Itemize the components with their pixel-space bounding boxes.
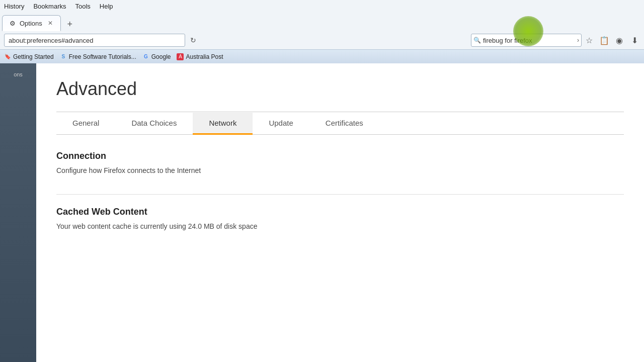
bookmark-getting-started[interactable]: 🔖 Getting Started	[4, 53, 54, 60]
address-text: about:preferences#advanced	[9, 37, 93, 44]
tab-general[interactable]: General	[56, 113, 115, 135]
bookmark-google[interactable]: G Google	[142, 53, 171, 60]
new-tab-button[interactable]: +	[63, 17, 77, 31]
bookmark-star-icon[interactable]: ☆	[584, 35, 595, 46]
google-icon: G	[142, 53, 149, 60]
search-text: firebug for firefox	[483, 37, 575, 44]
tab-data-choices[interactable]: Data Choices	[115, 113, 193, 135]
reading-list-icon[interactable]: 📋	[599, 35, 610, 46]
address-bar-row: about:preferences#advanced ↻ 🔍 firebug f…	[0, 31, 644, 49]
tab-certificates[interactable]: Certificates	[309, 113, 379, 135]
cached-web-content-desc: Your web content cache is currently usin…	[56, 221, 624, 232]
bookmark-free-software[interactable]: S Free Software Tutorials...	[60, 53, 136, 60]
pocket-icon[interactable]: ◉	[614, 35, 625, 46]
search-box[interactable]: 🔍 firebug for firefox ›	[471, 34, 582, 47]
connection-desc: Configure how Firefox connects to the In…	[56, 165, 624, 176]
bookmark-label: Getting Started	[13, 53, 54, 60]
bookmarks-bar: 🔖 Getting Started S Free Software Tutori…	[0, 49, 644, 63]
bookmark-label: Free Software Tutorials...	[69, 53, 136, 60]
sidebar-label: ons	[14, 71, 23, 77]
search-go-button[interactable]: ›	[577, 37, 579, 44]
cached-web-content-section: Cached Web Content Your web content cach…	[56, 207, 624, 232]
cached-web-content-title: Cached Web Content	[56, 207, 624, 217]
free-software-icon: S	[60, 53, 67, 60]
tab-close-button[interactable]: ✕	[46, 19, 54, 27]
bookmark-australia-post[interactable]: A Australia Post	[177, 53, 223, 60]
connection-section: Connection Configure how Firefox connect…	[56, 151, 624, 176]
getting-started-icon: 🔖	[4, 53, 11, 60]
australia-post-icon: A	[177, 53, 184, 60]
tab-network[interactable]: Network	[193, 113, 253, 135]
menu-history[interactable]: History	[4, 3, 24, 10]
sub-tabs: General Data Choices Network Update Cert…	[56, 112, 624, 135]
tab-options[interactable]: ⚙ Options ✕	[2, 15, 61, 31]
search-icon: 🔍	[473, 37, 481, 44]
sidebar: ons	[0, 63, 36, 362]
menu-bar: History Bookmarks Tools Help	[0, 0, 644, 12]
section-divider	[56, 194, 624, 195]
bookmark-label: Australia Post	[186, 53, 223, 60]
reload-button[interactable]: ↻	[187, 34, 199, 46]
content-area: ons Advanced General Data Choices Networ…	[0, 63, 644, 362]
tab-label: Options	[20, 20, 42, 27]
address-input[interactable]: about:preferences#advanced	[4, 34, 185, 47]
tab-bar: ⚙ Options ✕ +	[0, 12, 644, 31]
menu-tools[interactable]: Tools	[75, 3, 90, 10]
toolbar-icons: ☆ 📋 ◉ ⬇	[584, 35, 640, 46]
bookmark-label: Google	[151, 53, 171, 60]
download-icon[interactable]: ⬇	[629, 35, 640, 46]
page-title: Advanced	[56, 78, 624, 100]
menu-bookmarks[interactable]: Bookmarks	[33, 3, 66, 10]
connection-title: Connection	[56, 151, 624, 161]
tab-update[interactable]: Update	[253, 113, 309, 135]
gear-icon: ⚙	[9, 19, 17, 27]
menu-help[interactable]: Help	[100, 3, 113, 10]
main-content: Advanced General Data Choices Network Up…	[36, 63, 644, 362]
